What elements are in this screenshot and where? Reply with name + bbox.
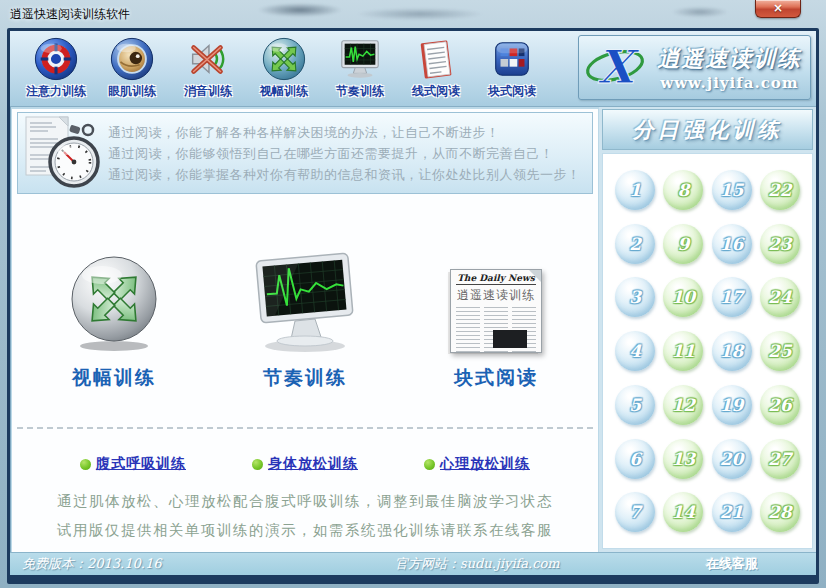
note-line-1: 通过肌体放松、心理放松配合腹式呼吸训练，调整到最佳脑波学习状态	[12, 487, 598, 516]
logo-banner: X 逍遥速读训练 www.jiyifa.com	[578, 35, 811, 100]
sidebar-header: 分日强化训练	[602, 109, 813, 150]
day-ball-24[interactable]: 24	[760, 277, 800, 317]
block-grid-icon	[489, 36, 535, 82]
status-online-support-link[interactable]: 在线客服	[706, 555, 758, 573]
intro-line-1: 通过阅读，你能了解各种各样解决困境的办法，让自己不断进步！	[108, 122, 581, 143]
line-notepad-icon	[413, 36, 459, 82]
toolbar: 注意力训练	[10, 31, 816, 107]
newspaper-icon: The Daily News 逍遥速读训练	[450, 269, 542, 353]
toolbar-item-label: 块式阅读	[488, 83, 536, 100]
day-ball-13[interactable]: 13	[663, 439, 703, 479]
day-ball-22[interactable]: 22	[760, 170, 800, 210]
brand-url: www.jiyifa.com	[653, 74, 806, 92]
toolbar-item-eye[interactable]: 眼肌训练	[94, 36, 170, 100]
relax-links-row: 腹式呼吸训练 身体放松训练 心理放松训练	[12, 455, 598, 473]
toolbar-item-vision[interactable]: 视幅训练	[246, 36, 322, 100]
day-ball-9[interactable]: 9	[663, 224, 703, 264]
feature-vision-training[interactable]: 视幅训练	[24, 247, 204, 391]
main-panel: 通过阅读，你能了解各种各样解决困境的办法，让自己不断进步！ 通过阅读，你能够领悟…	[12, 109, 598, 552]
day-ball-11[interactable]: 11	[663, 331, 703, 371]
toolbar-item-label: 线式阅读	[412, 83, 460, 100]
toolbar-item-rhythm[interactable]: 节奏训练	[322, 36, 398, 100]
close-button[interactable]: ×	[755, 0, 801, 18]
newspaper-photo	[493, 330, 527, 348]
status-version: 免费版本：2013.10.16	[22, 555, 161, 573]
day-ball-26[interactable]: 26	[760, 385, 800, 425]
feature-label-rhythm: 节奏训练	[263, 365, 347, 391]
feature-buttons: 视幅训练	[24, 247, 586, 391]
day-ball-1[interactable]: 1	[615, 170, 655, 210]
link-body-relaxation[interactable]: 身体放松训练	[252, 455, 358, 473]
attention-target-icon	[33, 36, 79, 82]
toolbar-item-label: 眼肌训练	[108, 83, 156, 100]
day-ball-16[interactable]: 16	[712, 224, 752, 264]
day-ball-20[interactable]: 20	[712, 439, 752, 479]
feature-label-vision: 视幅训练	[72, 365, 156, 391]
newspaper-masthead: The Daily News	[456, 273, 536, 285]
link-belly-breathing[interactable]: 腹式呼吸训练	[80, 455, 186, 473]
statusbar: 免费版本：2013.10.16 官方网站：sudu.jiyifa.com 在线客…	[10, 552, 816, 575]
day-ball-15[interactable]: 15	[712, 170, 752, 210]
day-ball-21[interactable]: 21	[712, 492, 752, 532]
toolbar-item-block-reading[interactable]: 块式阅读	[474, 36, 550, 100]
day-ball-19[interactable]: 19	[712, 385, 752, 425]
window-title: 逍遥快速阅读训练软件	[10, 6, 130, 23]
feature-block-reading[interactable]: The Daily News 逍遥速读训练 块式阅读	[406, 247, 586, 391]
green-bullet-icon	[252, 459, 263, 470]
day-ball-4[interactable]: 4	[615, 331, 655, 371]
toolbar-item-label: 视幅训练	[260, 83, 308, 100]
toolbar-item-label: 注意力训练	[26, 83, 86, 100]
toolbar-item-mute[interactable]: 消音训练	[170, 36, 246, 100]
day-ball-17[interactable]: 17	[712, 277, 752, 317]
green-bullet-icon	[424, 459, 435, 470]
day-grid: 1815222916233101724411182551219266132027…	[602, 153, 813, 549]
day-ball-27[interactable]: 27	[760, 439, 800, 479]
green-bullet-icon	[80, 459, 91, 470]
svg-text:X: X	[597, 40, 640, 94]
day-ball-3[interactable]: 3	[615, 277, 655, 317]
day-ball-25[interactable]: 25	[760, 331, 800, 371]
rhythm-monitor-icon	[337, 36, 383, 82]
expand-arrows-icon	[261, 36, 307, 82]
day-ball-5[interactable]: 5	[615, 385, 655, 425]
content-row: 通过阅读，你能了解各种各样解决困境的办法，让自己不断进步！ 通过阅读，你能够领悟…	[10, 107, 816, 552]
toolbar-item-label: 消音训练	[184, 83, 232, 100]
sidebar-title: 分日强化训练	[633, 116, 783, 144]
intro-box: 通过阅读，你能了解各种各样解决困境的办法，让自己不断进步！ 通过阅读，你能够领悟…	[17, 112, 593, 194]
eye-muscle-icon	[109, 36, 155, 82]
day-ball-14[interactable]: 14	[663, 492, 703, 532]
feature-label-block: 块式阅读	[454, 365, 538, 391]
expand-sphere-icon	[66, 253, 162, 353]
brand-title: 逍遥速读训练	[653, 44, 806, 74]
intro-line-3: 通过阅读，你能掌握各种对你有帮助的信息和资讯，让你处处比别人领先一步！	[108, 164, 581, 185]
status-website: 官方网站：sudu.jiyifa.com	[395, 555, 560, 573]
intro-line-2: 通过阅读，你能够领悟到自己在哪些方面还需要提升，从而不断完善自己！	[108, 143, 581, 164]
day-ball-28[interactable]: 28	[760, 492, 800, 532]
rhythm-monitor-large-icon	[243, 249, 367, 353]
sidebar-daily-training: 分日强化训练 181522291623310172441118255121926…	[599, 107, 816, 552]
day-ball-23[interactable]: 23	[760, 224, 800, 264]
day-ball-7[interactable]: 7	[615, 492, 655, 532]
day-ball-6[interactable]: 6	[615, 439, 655, 479]
newspaper-headline: 逍遥速读训练	[456, 285, 536, 305]
link-mental-relaxation[interactable]: 心理放松训练	[424, 455, 530, 473]
brand-x-logo-icon: X	[581, 38, 653, 98]
toolbar-item-line-reading[interactable]: 线式阅读	[398, 36, 474, 100]
day-ball-12[interactable]: 12	[663, 385, 703, 425]
day-ball-18[interactable]: 18	[712, 331, 752, 371]
titlebar[interactable]: 逍遥快速阅读训练软件	[0, 0, 826, 28]
app-frame: 注意力训练	[7, 28, 819, 584]
dashed-separator	[17, 427, 593, 429]
note-line-2: 试用版仅提供相关单项训练的演示，如需系统强化训练请联系在线客服	[12, 516, 598, 545]
window-frame: 逍遥快速阅读训练软件 ×	[0, 0, 826, 588]
notes-block: 通过肌体放松、心理放松配合腹式呼吸训练，调整到最佳脑波学习状态 试用版仅提供相关…	[12, 487, 598, 545]
toolbar-item-attention[interactable]: 注意力训练	[18, 36, 94, 100]
day-ball-10[interactable]: 10	[663, 277, 703, 317]
feature-rhythm-training[interactable]: 节奏训练	[215, 247, 395, 391]
mute-speaker-icon	[185, 36, 231, 82]
day-ball-8[interactable]: 8	[663, 170, 703, 210]
toolbar-item-label: 节奏训练	[336, 83, 384, 100]
day-ball-2[interactable]: 2	[615, 224, 655, 264]
document-stopwatch-icon	[22, 114, 108, 192]
